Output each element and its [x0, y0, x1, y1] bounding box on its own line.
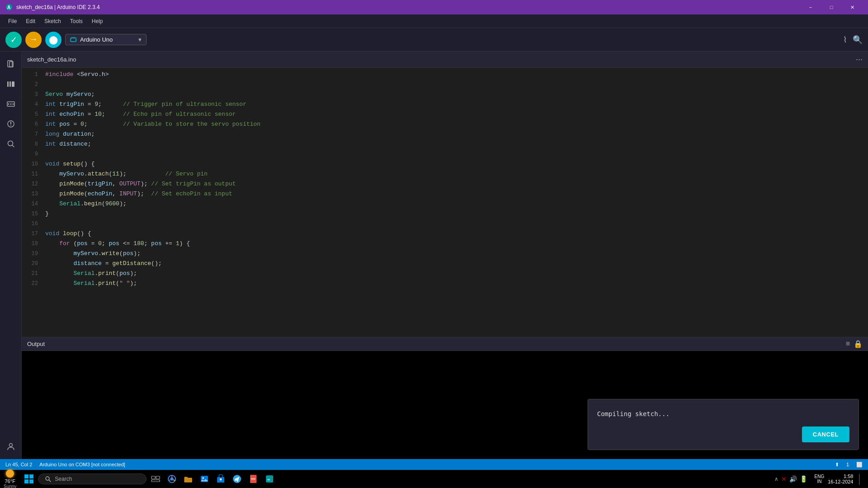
- code-line: 4 int trigPin = 9; // Trigger pin of ult…: [22, 99, 868, 109]
- system-tray-icons: ∧ ✕ 🔊 🔋: [771, 475, 811, 483]
- output-title: Output: [27, 341, 45, 347]
- taskbar-chrome[interactable]: [165, 472, 179, 486]
- maximize-button[interactable]: □: [821, 0, 842, 14]
- verify-button[interactable]: ✓: [5, 32, 22, 48]
- file-tab-name: sketch_dec16a.ino: [27, 56, 76, 63]
- output-expand-icon[interactable]: ⬜: [856, 462, 863, 468]
- code-line: 14 Serial.begin(9600);: [22, 199, 868, 209]
- svg-rect-38: [220, 479, 222, 480]
- network-icon[interactable]: ✕: [781, 475, 787, 483]
- svg-text:PDF: PDF: [251, 478, 256, 480]
- svg-rect-24: [29, 479, 33, 483]
- svg-rect-10: [12, 81, 14, 87]
- menu-edit[interactable]: Edit: [21, 16, 40, 26]
- output-icons: ≡ 🔒: [846, 340, 863, 348]
- sidebar-item-debug[interactable]: [2, 115, 20, 133]
- file-name: sketch_dec16a.ino: [27, 56, 76, 63]
- show-desktop-button[interactable]: │: [855, 474, 865, 484]
- account-icon: [6, 442, 15, 451]
- sidebar-item-libraries[interactable]: [2, 75, 20, 93]
- code-editor[interactable]: 1 #include <Servo.h> 2 3 Servo myServo; …: [22, 68, 868, 337]
- svg-rect-21: [24, 474, 28, 479]
- windows-logo-icon: [24, 474, 34, 484]
- clock-date: 16-12-2024: [828, 479, 853, 484]
- statusbar-right: ⬆ 1 ⬜: [835, 462, 863, 468]
- taskbar-telegram[interactable]: [230, 472, 244, 486]
- weather-desc: Sunny: [4, 484, 16, 488]
- menu-help[interactable]: Help: [87, 16, 108, 26]
- boards-icon: [6, 99, 15, 109]
- toolbar: ✓ → ⬤ Arduino Uno ▾ ⌇ 🔍: [0, 28, 868, 52]
- debug-icon: [6, 119, 15, 128]
- output-content: Compiling sketch... CANCEL: [22, 351, 868, 459]
- board-icon: [70, 37, 76, 43]
- svg-point-14: [12, 104, 14, 105]
- volume-icon[interactable]: 🔊: [789, 475, 797, 483]
- sidebar-item-files[interactable]: [2, 55, 20, 73]
- arduino-taskbar-icon: ∞: [265, 474, 274, 483]
- code-line: 21 Serial.print(pos);: [22, 269, 868, 279]
- svg-point-13: [10, 104, 11, 105]
- svg-text:∞: ∞: [267, 478, 270, 482]
- system-tray: ∧ ✕ 🔊 🔋 ENG IN 1:58 16-12-2024 │: [771, 474, 864, 484]
- close-button[interactable]: ✕: [842, 0, 863, 14]
- file-tab: sketch_dec16a.ino ···: [22, 52, 868, 68]
- code-line: 9: [22, 149, 868, 159]
- taskbar-taskview[interactable]: [148, 472, 163, 486]
- menu-sketch[interactable]: Sketch: [40, 16, 66, 26]
- taskbar-store[interactable]: [213, 472, 228, 486]
- code-line: 1 #include <Servo.h>: [22, 70, 868, 80]
- sidebar-item-account[interactable]: [2, 437, 20, 455]
- menu-tools[interactable]: Tools: [66, 16, 87, 26]
- sidebar-item-boards[interactable]: [2, 95, 20, 113]
- upload-button[interactable]: →: [25, 32, 42, 48]
- taskbar-search[interactable]: Search: [38, 474, 147, 484]
- taskbar-files[interactable]: [181, 472, 195, 486]
- menu-file[interactable]: File: [4, 16, 21, 26]
- search-icon: [6, 139, 15, 148]
- svg-rect-2: [71, 38, 76, 42]
- file-more-button[interactable]: ···: [856, 55, 863, 64]
- start-button[interactable]: [22, 472, 36, 486]
- svg-rect-8: [7, 81, 9, 87]
- compile-dialog: Compiling sketch... CANCEL: [588, 399, 859, 450]
- code-line: 13 pinMode(echoPin, INPUT); // Set echoP…: [22, 189, 868, 199]
- output-panel: Output ≡ 🔒 Compiling sketch... CANCEL: [22, 337, 868, 459]
- output-lock-icon[interactable]: 🔒: [854, 340, 863, 348]
- battery-icon[interactable]: 🔋: [800, 475, 807, 483]
- serial-plotter-icon[interactable]: ⌇: [843, 35, 847, 45]
- taskbar-pdf[interactable]: PDF: [246, 472, 261, 486]
- svg-text:A: A: [7, 5, 10, 10]
- taskbar-photos[interactable]: [197, 472, 212, 486]
- code-line: 19 myServo.write(pos);: [22, 249, 868, 259]
- taskbar-weather: 76°F Sunny: [4, 469, 16, 488]
- svg-rect-9: [9, 81, 11, 87]
- output-clear-icon[interactable]: ≡: [846, 340, 850, 348]
- files-icon: [6, 60, 15, 69]
- board-status: Arduino Uno on COM3 [not connected]: [39, 462, 125, 467]
- statusbar: Ln 45, Col 2 Arduino Uno on COM3 [not co…: [0, 459, 868, 470]
- code-line: 5 int echoPin = 10; // Echo pin of ultra…: [22, 109, 868, 119]
- weather-temp: 76°F: [5, 479, 15, 484]
- cancel-button[interactable]: CANCEL: [802, 426, 849, 442]
- libraries-icon: [6, 80, 15, 89]
- minimize-button[interactable]: −: [800, 0, 821, 14]
- code-line: 18 for (pos = 0; pos <= 180; pos += 1) {: [22, 239, 868, 249]
- taskbar: 76°F Sunny Search: [0, 470, 868, 488]
- taskbar-arduino[interactable]: ∞: [262, 472, 277, 486]
- tray-chevron[interactable]: ∧: [774, 476, 778, 482]
- window-controls: − □ ✕: [800, 0, 863, 14]
- code-line: 8 int distance;: [22, 139, 868, 149]
- code-line: 12 pinMode(trigPin, OUTPUT); // Set trig…: [22, 179, 868, 189]
- svg-line-19: [12, 145, 14, 147]
- serial-monitor-icon[interactable]: 🔍: [853, 35, 863, 45]
- board-selector[interactable]: Arduino Uno ▾: [65, 34, 147, 45]
- svg-rect-29: [152, 480, 160, 482]
- sidebar-item-search[interactable]: [2, 135, 20, 153]
- compile-message: Compiling sketch...: [597, 410, 849, 417]
- debug-button[interactable]: ⬤: [45, 32, 62, 48]
- upload-count-icon: ⬆: [835, 462, 839, 468]
- svg-point-31: [171, 478, 174, 481]
- language-indicator: ENG IN: [813, 474, 826, 484]
- svg-rect-7: [9, 62, 13, 67]
